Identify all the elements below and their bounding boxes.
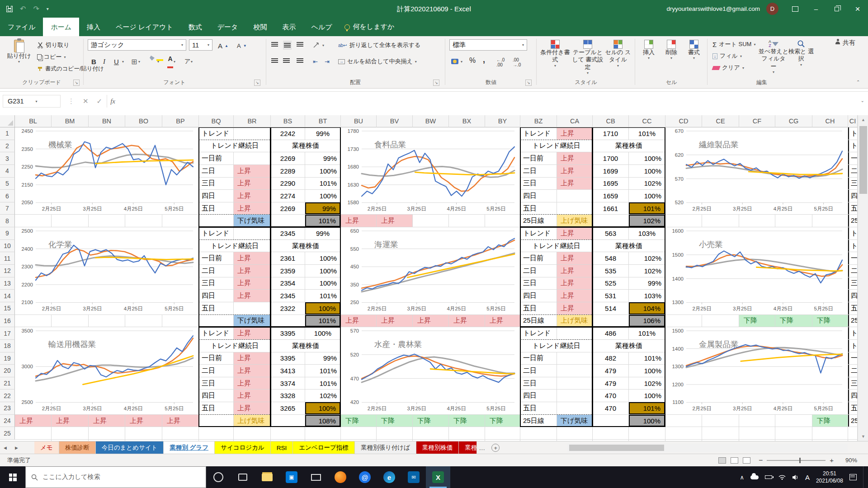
cell-CC21[interactable]: 102% [629, 377, 665, 389]
page-break-view-icon[interactable] [743, 457, 750, 464]
taskbar-app-explorer[interactable] [255, 466, 279, 488]
cell-BS11[interactable]: 2361 [271, 252, 305, 264]
chart-海運業[interactable]: 6505504503502502月25日3月25日4月25日5月25日海運業 [341, 227, 520, 314]
cell-BU8[interactable]: 上昇 [341, 215, 376, 227]
column-header-BX[interactable]: BX [449, 115, 485, 127]
cell-BR23[interactable]: 上昇 [234, 402, 270, 414]
cell-BT14[interactable]: 101% [305, 290, 340, 302]
row-header-2[interactable]: 2 [0, 140, 15, 153]
column-header-BP[interactable]: BP [162, 115, 199, 127]
taskbar-app-at-app[interactable]: @ [353, 466, 377, 488]
taskbar-app-store[interactable]: ▣ [279, 466, 304, 488]
cell-CI18[interactable]: トレンド継続日 [848, 340, 857, 352]
cell-BZ19[interactable]: 一日前 [520, 352, 557, 365]
cell-CG16[interactable]: 下降 [775, 315, 812, 327]
copy-button[interactable]: コピー▾ [35, 52, 68, 62]
cell-CA11[interactable]: 上昇 [557, 252, 592, 264]
column-header-CE[interactable]: CE [702, 115, 739, 127]
chart-水産・農林業[interactable]: 5705204704202月25日3月25日4月25日5月25日水産・農林業 [341, 327, 520, 414]
row-header-1[interactable]: 1 [0, 127, 15, 140]
cell-BQ9[interactable]: トレンド [199, 227, 233, 239]
cell-CI13[interactable]: 三日 [848, 277, 857, 290]
show-desktop-button[interactable] [863, 466, 865, 488]
cell-BS1[interactable]: 2242 [271, 127, 305, 140]
cell-BS7[interactable]: 2269 [271, 202, 305, 215]
cell-BY24[interactable]: 下降 [485, 415, 520, 427]
cell-CI14[interactable]: 四日 [848, 290, 857, 302]
new-sheet-button[interactable]: + [491, 444, 500, 452]
ribbon-tab-数式[interactable]: 数式 [181, 18, 210, 36]
cell-CC22[interactable]: 100% [629, 389, 665, 402]
share-button[interactable]: 共有 [835, 39, 855, 47]
italic-button[interactable]: I [101, 56, 107, 67]
cell-BR19[interactable]: 上昇 [234, 352, 270, 365]
cell-BT22[interactable]: 102% [305, 389, 340, 402]
row-header-12[interactable]: 12 [0, 265, 15, 277]
volume-icon[interactable] [792, 474, 799, 480]
column-header-BW[interactable]: BW [413, 115, 449, 127]
cell-BP24[interactable]: 上昇 [162, 415, 198, 427]
cell-BT11[interactable]: 100% [305, 252, 340, 264]
cell-BZ14[interactable]: 四日 [520, 290, 557, 302]
column-header-BQ[interactable]: BQ [199, 115, 234, 127]
cell-CC11[interactable]: 102% [629, 252, 665, 264]
cell-BS12[interactable]: 2359 [271, 265, 305, 277]
cell-CI5[interactable]: 三日 [848, 178, 857, 190]
ribbon-tab-表示[interactable]: 表示 [274, 18, 303, 36]
delete-cells-button[interactable]: 削除▾ [660, 38, 683, 61]
vertical-scroll-thumb[interactable] [859, 126, 867, 194]
align-middle-icon[interactable] [283, 41, 292, 50]
cell-BR13[interactable]: 上昇 [234, 277, 270, 290]
cell-BQ8[interactable] [199, 215, 233, 227]
cell-BL24[interactable]: 上昇 [15, 415, 51, 427]
zoom-in-icon[interactable]: + [830, 456, 834, 464]
expand-formula-bar-icon[interactable]: ⌄ [861, 98, 864, 103]
cell-BX24[interactable]: 下降 [449, 415, 485, 427]
cell-BZ11[interactable]: 一日前 [520, 252, 557, 264]
cell-CI16[interactable]: 25日線 [848, 315, 857, 327]
font-name-select[interactable]: 游ゴシック▾ [88, 39, 186, 51]
action-center-icon[interactable] [849, 474, 857, 480]
minimize-button[interactable]: – [806, 0, 826, 18]
row-header-19[interactable]: 19 [0, 352, 15, 365]
column-header-BZ[interactable]: BZ [520, 115, 557, 127]
cell-merged-BQ10[interactable]: トレンド継続日 [199, 240, 270, 252]
cell-BS5[interactable]: 2290 [271, 178, 305, 190]
cell-BQ22[interactable]: 四日 [199, 389, 233, 402]
cell-BT4[interactable]: 100% [305, 165, 340, 177]
column-header-CD[interactable]: CD [665, 115, 702, 127]
column-header-BY[interactable]: BY [485, 115, 520, 127]
align-center-icon[interactable] [283, 57, 290, 64]
column-header-BT[interactable]: BT [305, 115, 341, 127]
align-right-icon[interactable] [297, 57, 303, 64]
sheet-tab-メモ[interactable]: メモ [34, 441, 59, 454]
cell-BQ14[interactable]: 四日 [199, 290, 233, 302]
chart-繊維製品業[interactable]: 6706205705202月25日3月25日4月25日5月25日繊維製品業 [665, 127, 848, 214]
sheet-tab-業種[interactable]: 業種 [459, 441, 477, 454]
cell-CC7[interactable]: 101% [629, 202, 665, 215]
decrease-indent-icon[interactable]: ⇤ [311, 56, 320, 67]
accounting-format-icon[interactable]: ▾ [449, 56, 464, 67]
cell-CI11[interactable]: 一日前 [848, 252, 857, 264]
row-header-22[interactable]: 22 [0, 389, 15, 402]
row-header-10[interactable]: 10 [0, 240, 15, 253]
sheet-tab-サイコロジカル[interactable]: サイコロジカル [215, 441, 271, 454]
column-header-CI[interactable]: CI [848, 115, 858, 127]
row-header-18[interactable]: 18 [0, 340, 15, 352]
cell-BX16[interactable]: 上昇 [449, 315, 485, 327]
select-all-corner[interactable] [0, 115, 15, 127]
cell-CC8[interactable]: 102% [629, 215, 665, 227]
cell-BQ16[interactable] [199, 315, 233, 327]
paste-button[interactable]: 貼り付け▾ [5, 38, 33, 64]
cell-CA3[interactable]: 上昇 [557, 152, 592, 164]
clipboard-dialog-launcher-icon[interactable]: ↘ [73, 80, 80, 86]
cell-BZ7[interactable]: 五日 [520, 202, 557, 215]
row-header-17[interactable]: 17 [0, 327, 15, 340]
row-header-14[interactable]: 14 [0, 290, 15, 302]
column-header-CB[interactable]: CB [593, 115, 629, 127]
cell-merged-BZ10[interactable]: トレンド継続日 [520, 240, 592, 252]
ribbon-tab-データ[interactable]: データ [210, 18, 246, 36]
cell-CI17[interactable]: トレンド [848, 327, 857, 339]
cell-CI23[interactable]: 五日 [848, 402, 857, 414]
name-box-dropdown-icon[interactable]: ▾ [35, 99, 37, 103]
